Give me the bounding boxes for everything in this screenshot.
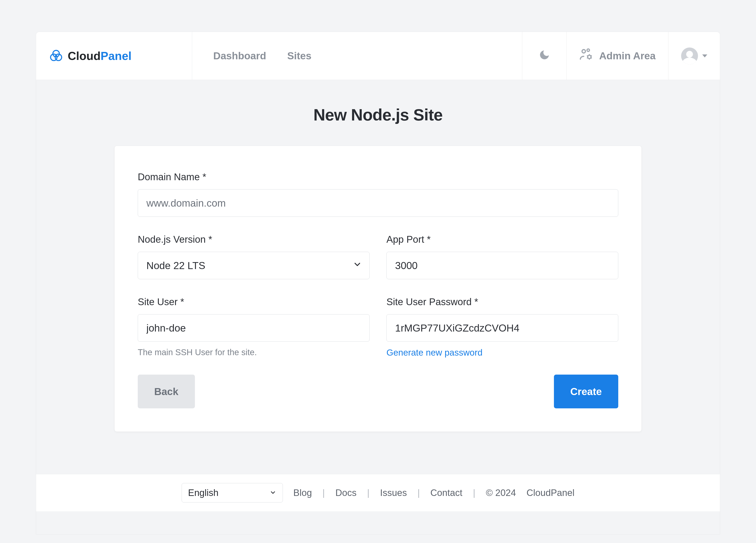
avatar-icon [681, 47, 698, 64]
footer-brand: CloudPanel [527, 488, 575, 498]
app-port-label: App Port * [386, 233, 618, 245]
footer-link-contact[interactable]: Contact [430, 488, 462, 498]
domain-name-label: Domain Name * [138, 171, 618, 182]
brand-text: CloudPanel [68, 49, 132, 63]
app-port-input[interactable] [386, 252, 618, 279]
moon-icon [539, 49, 550, 63]
site-user-label: Site User * [138, 296, 370, 308]
footer-link-issues[interactable]: Issues [380, 488, 407, 498]
site-user-password-input[interactable] [386, 314, 618, 342]
chevron-down-icon [702, 54, 707, 57]
language-value: English [188, 488, 219, 498]
footer-copyright: © 2024 [486, 488, 516, 498]
nav-sites[interactable]: Sites [287, 50, 312, 62]
nav-dashboard[interactable]: Dashboard [213, 50, 266, 62]
site-user-password-label: Site User Password * [386, 296, 618, 308]
footer-link-docs[interactable]: Docs [335, 488, 356, 498]
back-button[interactable]: Back [138, 375, 195, 408]
top-navbar: CloudPanel Dashboard Sites [36, 32, 720, 80]
create-button[interactable]: Create [554, 375, 618, 408]
primary-nav: Dashboard Sites [192, 32, 522, 80]
site-user-hint: The main SSH User for the site. [138, 348, 370, 357]
domain-name-input[interactable] [138, 189, 618, 217]
svg-point-3 [582, 50, 586, 53]
language-select[interactable]: English [182, 483, 283, 503]
footer: English Blog | Docs | Issues | Contact |… [36, 474, 720, 511]
svg-point-4 [587, 49, 590, 51]
nodejs-version-select[interactable] [138, 252, 370, 279]
dark-mode-toggle[interactable] [522, 32, 567, 80]
new-site-form-card: Domain Name * Node.js Version * [114, 146, 642, 432]
footer-link-blog[interactable]: Blog [293, 488, 312, 498]
chevron-down-icon [270, 488, 276, 498]
cloud-logo-icon [49, 49, 63, 63]
users-gear-icon [579, 48, 593, 64]
generate-password-link[interactable]: Generate new password [386, 348, 618, 358]
page-title: New Node.js Site [36, 80, 720, 146]
brand-logo[interactable]: CloudPanel [36, 32, 192, 80]
admin-area-label: Admin Area [599, 50, 656, 62]
nodejs-version-label: Node.js Version * [138, 233, 370, 245]
site-user-input[interactable] [138, 314, 370, 342]
nav-admin-area[interactable]: Admin Area [567, 32, 668, 80]
user-menu[interactable] [668, 32, 720, 80]
